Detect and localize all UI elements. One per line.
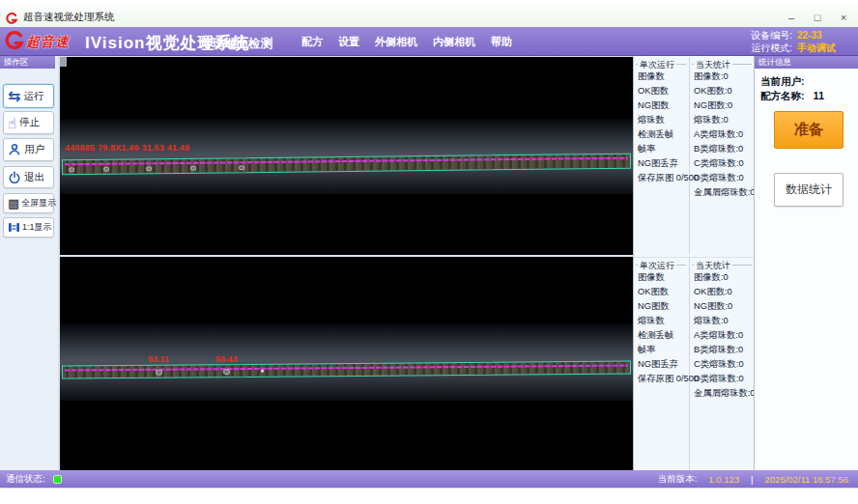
stat-row: 保存原图 0/500: [634, 171, 689, 185]
stat-row: C类熔珠数:0: [690, 357, 755, 372]
device-number-value: 22-33: [797, 29, 850, 42]
stat-row: 图像数: [634, 70, 689, 84]
scrollbar-corner: [60, 57, 67, 67]
stat-row: 检测丢帧: [634, 127, 689, 142]
measurement-label: 53.11: [148, 354, 169, 364]
stat-row: 图像数:0: [690, 270, 755, 285]
brand-name: 超音速: [26, 34, 70, 51]
stat-row: NG图数: [634, 299, 689, 314]
app-header: 超音速 IVision视觉处理系统 熔珠端面检测 配方设置外侧相机内侧相机帮助 …: [0, 27, 858, 56]
current-user-label: 当前用户:: [760, 75, 805, 87]
stats-section-outer: 单次运行 图像数OK图数NG图数熔珠数检测丢帧帧率NG图丢弃保存原图 0/500…: [634, 57, 755, 255]
stop-button[interactable]: ☝ 停止: [3, 111, 54, 134]
daily-stats-title: 当天统计: [694, 260, 732, 272]
stats-section-inner: 单次运行 图像数OK图数NG图数熔珠数检测丢帧帧率NG图丢弃保存原图 0/500…: [634, 257, 755, 470]
prepare-button[interactable]: 准备: [774, 111, 844, 149]
stat-row: 熔珠数:0: [690, 314, 755, 328]
scan-line-overlay: [65, 157, 628, 166]
stat-row: A类熔珠数:0: [690, 127, 755, 142]
stat-row: 帧率: [634, 343, 689, 357]
one-to-one-button[interactable]: 1:1显示: [3, 217, 54, 238]
bead-mark-dot: [146, 166, 152, 171]
stat-row: NG图数:0: [690, 299, 755, 314]
camera-view-inner[interactable]: 53.11 56.43: [60, 257, 633, 470]
close-button[interactable]: ×: [837, 12, 850, 23]
stat-row: B类熔珠数:0: [690, 142, 755, 156]
run-mode-value: 手动调试: [797, 42, 850, 54]
brand-logo-icon: [5, 31, 25, 51]
titlebar-content: 超音速视觉处理系统 – □ ×: [0, 10, 858, 27]
user-button[interactable]: 用户: [3, 138, 54, 161]
menu-item[interactable]: 配方: [301, 35, 323, 49]
daily-stats-group: 当天统计 图像数:0OK图数:0NG图数:0熔珠数:0A类熔珠数:0B类熔珠数:…: [690, 258, 755, 470]
bead-mark-dot: [69, 167, 74, 172]
device-number-label: 设备编号:: [751, 29, 792, 42]
bead-mark-dot: [190, 166, 196, 171]
measurement-annotation: 440885 79.8X1.49 31.53 41.49: [65, 143, 189, 153]
bead-mark-dot: [223, 369, 230, 375]
exit-button[interactable]: 退出: [3, 166, 54, 188]
bead-mark-dot: [156, 370, 162, 376]
window-title: 超音速视觉处理系统: [23, 11, 115, 24]
titlebar: 超音速视觉处理系统 – □ ×: [0, 0, 858, 27]
fullscreen-button[interactable]: ▩ 全屏显示: [3, 193, 54, 213]
single-run-group: 单次运行 图像数OK图数NG图数熔珠数检测丢帧帧率NG图丢弃保存原图 0/500: [634, 57, 690, 255]
exit-button-label: 退出: [24, 171, 44, 184]
stop-button-label: 停止: [19, 116, 40, 129]
single-run-rows: 图像数OK图数NG图数熔珠数检测丢帧帧率NG图丢弃保存原图 0/500: [634, 70, 689, 185]
current-user-row: 当前用户:: [760, 75, 805, 89]
single-run-title: 单次运行: [638, 260, 676, 272]
stat-row: A类熔珠数:0: [690, 328, 755, 343]
bead-mark-dot: [103, 167, 109, 172]
separator: |: [751, 474, 753, 485]
run-mode-label: 运行模式:: [751, 42, 792, 54]
hand-stop-icon: ☝: [8, 116, 16, 130]
stat-row: OK图数:0: [690, 84, 755, 98]
comm-status-label: 通信状态:: [6, 473, 45, 486]
stat-row: 图像数: [634, 270, 689, 285]
scan-line-overlay: [65, 364, 628, 371]
main-area: 操作区 ⇆ 运行 ☝ 停止 用户 退出: [0, 56, 858, 470]
recipe-name-row: 配方名称: 11: [760, 90, 824, 103]
stat-row: B类熔珠数:0: [690, 343, 755, 357]
stat-row: 金属屑熔珠数:0: [690, 386, 755, 401]
device-number-row: 设备编号: 22-33: [751, 29, 850, 42]
menu-item[interactable]: 帮助: [491, 35, 512, 49]
minimize-button[interactable]: –: [785, 12, 798, 23]
datetime-value: 2025/02/11 16:57:56: [765, 474, 848, 485]
recipe-name-value: 11: [813, 90, 824, 101]
stat-row: OK图数: [634, 84, 689, 98]
data-statistics-button[interactable]: 数据统计: [774, 173, 844, 207]
daily-stats-title: 当天统计: [694, 59, 732, 71]
single-run-group: 单次运行 图像数OK图数NG图数熔珠数检测丢帧帧率NG图丢弃保存原图 0/500: [634, 258, 690, 470]
camera-view-outer[interactable]: 440885 79.8X1.49 31.53 41.49: [60, 57, 633, 255]
window-controls: – □ ×: [785, 12, 850, 23]
user-button-label: 用户: [24, 143, 44, 156]
app-logo-icon: [6, 12, 18, 24]
run-button[interactable]: ⇆ 运行: [3, 84, 54, 108]
stat-row: OK图数:0: [690, 285, 755, 299]
stat-row: 图像数:0: [690, 70, 755, 84]
menu-item[interactable]: 外侧相机: [375, 35, 417, 49]
compare-bars-icon: [8, 221, 20, 234]
stat-row: 熔珠数: [634, 113, 689, 127]
maximize-button[interactable]: □: [811, 12, 824, 23]
stat-row: D类熔珠数:0: [690, 372, 755, 386]
stat-row: 熔珠数: [634, 314, 689, 328]
menu-bar: 配方设置外侧相机内侧相机帮助: [301, 27, 512, 56]
one-to-one-button-label: 1:1显示: [22, 221, 52, 234]
stat-row: 金属屑熔珠数:0: [690, 185, 755, 200]
stat-row: NG图丢弃: [634, 156, 689, 171]
stat-row: 熔珠数:0: [690, 113, 755, 127]
person-icon: [8, 143, 21, 156]
stat-row: NG图数:0: [690, 98, 755, 113]
desktop-strip: [0, 488, 858, 504]
menu-item[interactable]: 内侧相机: [433, 35, 475, 49]
measurement-label: 56.43: [215, 354, 238, 364]
stat-row: NG图丢弃: [634, 357, 689, 372]
info-panel-title: 统计信息: [755, 56, 858, 69]
daily-stats-rows: 图像数:0OK图数:0NG图数:0熔珠数:0A类熔珠数:0B类熔珠数:0C类熔珠…: [690, 70, 755, 200]
version-label: 当前版本:: [658, 473, 698, 486]
stat-row: 检测丢帧: [634, 328, 689, 343]
menu-item[interactable]: 设置: [338, 35, 359, 49]
